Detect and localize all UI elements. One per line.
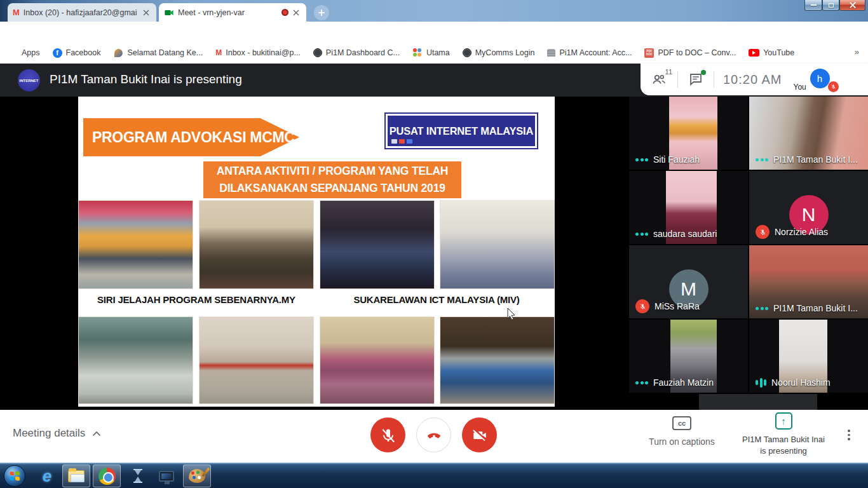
bookmark-item-inbox[interactable]: M Inbox - bukitinai@p... — [215, 48, 301, 57]
captions-button[interactable]: cc Turn on captions — [641, 416, 723, 447]
cc-icon: cc — [672, 416, 691, 430]
participant-tile[interactable]: PI1M Taman Bukit I... — [749, 97, 868, 170]
maximize-button[interactable] — [822, 0, 839, 11]
present-icon: ↑ — [775, 412, 792, 430]
caption-right: SUKARELAWAN ICT MALAYSIA (MIV) — [318, 294, 555, 305]
participant-tile[interactable]: saudara saudari — [629, 171, 748, 244]
participant-tile[interactable]: Fauziah Matzin — [629, 320, 748, 393]
photo-community-event — [320, 316, 435, 404]
camera-button[interactable] — [462, 417, 497, 452]
tab-strip: M Inbox (20) - hafizjaafar20@gmail. Meet… — [0, 0, 868, 22]
site-icon — [113, 48, 123, 58]
participant-tile[interactable]: N Norzizie Alias — [749, 171, 868, 244]
globe-icon — [313, 48, 322, 57]
gmail-icon: M — [13, 8, 20, 17]
meeting-details-button[interactable]: Meeting details — [13, 427, 102, 440]
taskbar-item-explorer[interactable] — [62, 464, 90, 487]
participant-grid: Siti Fauziah PI1M Taman Bukit I... sauda… — [629, 97, 868, 410]
taskbar-item-internet-explorer[interactable]: e — [36, 464, 58, 487]
chat-button[interactable] — [678, 64, 714, 95]
participant-name: Fauziah Matzin — [653, 377, 714, 388]
chat-unread-dot — [701, 70, 706, 75]
activity-line1: ANTARA AKTIVITI / PROGRAM YANG TELAH — [203, 163, 461, 180]
bookmark-label: MyComms Login — [475, 48, 535, 57]
participant-name: MiSs RaRa — [654, 301, 700, 311]
taskbar-item-chrome[interactable] — [93, 464, 121, 487]
logo-box-text: PUSAT INTERNET MALAYSIA — [390, 125, 533, 137]
bookmark-label: Pi1M Account: Acc... — [559, 48, 632, 57]
participant-name: PI1M Taman Bukit I... — [773, 154, 858, 165]
minimize-button[interactable] — [804, 0, 822, 11]
you-label: You — [794, 83, 806, 92]
meet-topbar: 11 10:20 AM You h — [641, 64, 868, 95]
presenter-logo-avatar: INTERNET — [18, 69, 40, 92]
participant-tile[interactable]: Noorul Hashim — [749, 320, 868, 393]
taskbar-item-paint[interactable] — [183, 464, 211, 487]
mic-button[interactable] — [370, 417, 405, 452]
apps-shortcut[interactable]: Apps — [8, 48, 40, 58]
bookmark-item-mycomms[interactable]: MyComms Login — [463, 48, 535, 57]
bookmark-item-pi1m-account[interactable]: Pi1M Account: Acc... — [547, 48, 632, 57]
bookmark-label: Apps — [22, 48, 40, 57]
tab-meet[interactable]: Meet - vrn-yjen-var — [159, 3, 306, 22]
pusat-internet-malaysia-logo: PUSAT INTERNET MALAYSIA — [386, 114, 537, 148]
photo-hall-audience — [199, 200, 314, 289]
photo-red-shirt-presenter — [199, 316, 314, 404]
bookmark-item-selamat[interactable]: Selamat Datang Ke... — [113, 48, 203, 58]
start-button[interactable] — [4, 465, 25, 487]
bookmark-item-youtube[interactable]: YouTube — [749, 48, 794, 57]
youtube-icon — [749, 49, 759, 57]
presenting-line1: PI1M Taman Bukit Inai — [737, 434, 830, 445]
participant-name: Noorul Hashim — [771, 377, 831, 388]
slide-activity-banner: ANTARA AKTIVITI / PROGRAM YANG TELAH DIL… — [203, 161, 461, 198]
more-options-dots-icon[interactable] — [635, 381, 648, 384]
bookmark-label: PDF to DOC – Conv... — [658, 48, 736, 57]
more-options-button[interactable] — [844, 426, 854, 444]
presenting-button[interactable]: ↑ PI1M Taman Bukit Inai is presenting — [737, 412, 830, 456]
apps-grid-icon — [8, 48, 18, 58]
phone-hangup-icon — [425, 426, 443, 444]
taskbar-item-computer-app[interactable] — [154, 464, 179, 487]
participant-tile-partial[interactable] — [699, 394, 817, 410]
speaking-indicator-icon — [756, 377, 766, 388]
caption-left: SIRI JELAJAH PROGRAM SEBENARNYA.MY — [78, 294, 315, 305]
bookmarks-overflow-chevron[interactable]: » — [855, 47, 859, 57]
computer-icon — [159, 471, 174, 482]
bookmark-item-utama[interactable]: Utama — [412, 48, 450, 58]
more-options-dots-icon[interactable] — [635, 158, 648, 161]
bookmark-item-pi1m-dashboard[interactable]: Pi1M Dashboard C... — [313, 48, 400, 57]
participants-button[interactable]: 11 — [641, 64, 677, 95]
photo-gazebo-table — [440, 316, 555, 404]
new-tab-button[interactable] — [314, 5, 329, 20]
participant-tile[interactable]: Siti Fauziah — [629, 97, 748, 170]
facebook-icon: f — [53, 48, 62, 58]
gmail-icon: M — [215, 48, 222, 57]
mouse-cursor — [507, 308, 516, 320]
self-view[interactable]: You h — [791, 64, 846, 95]
bookmark-label: Selamat Datang Ke... — [127, 48, 203, 57]
presenting-title: PI1M Taman Bukit Inai is presenting — [50, 72, 242, 86]
participant-tile[interactable]: PI1M Taman Bukit I... — [749, 245, 868, 318]
close-window-button[interactable] — [839, 0, 865, 11]
photo-booth-group — [78, 200, 193, 289]
you-avatar: h — [810, 69, 830, 88]
taskbar-item-hourglass-app[interactable] — [126, 464, 150, 487]
participants-count: 11 — [665, 68, 672, 76]
hang-up-button[interactable] — [416, 417, 451, 452]
bookmark-item-pdftodoc[interactable]: PDFDOC PDF to DOC – Conv... — [644, 48, 736, 58]
meeting-clock: 10:20 AM — [714, 72, 791, 87]
close-tab-icon[interactable] — [291, 8, 301, 18]
more-options-dots-icon[interactable] — [635, 233, 648, 236]
tab-label: Inbox (20) - hafizjaafar20@gmail. — [24, 8, 137, 17]
participant-name: saudara saudari — [653, 229, 717, 239]
bookmark-item-facebook[interactable]: f Facebook — [53, 48, 101, 58]
more-options-dots-icon[interactable] — [756, 158, 768, 161]
participant-tile[interactable]: M MiSs RaRa — [629, 245, 748, 318]
close-tab-icon[interactable] — [141, 8, 151, 18]
more-options-dots-icon[interactable] — [756, 307, 768, 310]
paint-icon — [189, 469, 205, 483]
participant-name: PI1M Taman Bukit I... — [773, 303, 858, 313]
muted-mic-icon — [635, 299, 649, 313]
captions-label: Turn on captions — [641, 437, 723, 447]
tab-gmail[interactable]: M Inbox (20) - hafizjaafar20@gmail. — [8, 3, 156, 22]
